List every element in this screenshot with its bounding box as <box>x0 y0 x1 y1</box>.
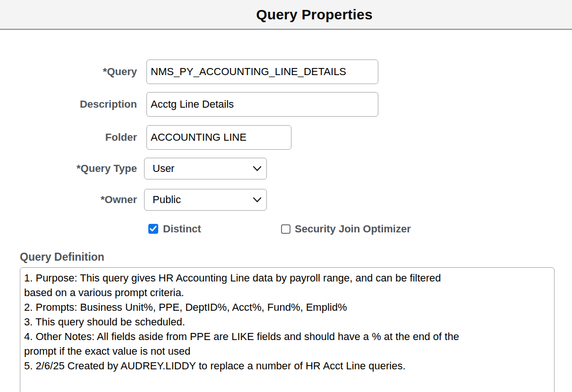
query-label: *Query <box>0 60 137 84</box>
query-type-label: *Query Type <box>0 158 137 179</box>
security-join-optimizer-checkbox[interactable] <box>281 224 290 234</box>
security-join-optimizer-label: Security Join Optimizer <box>295 223 411 235</box>
check-icon <box>150 226 157 232</box>
owner-select[interactable]: Public <box>144 189 267 211</box>
description-input[interactable] <box>146 92 378 117</box>
query-type-selected-value: User <box>153 162 174 174</box>
query-type-select[interactable]: User <box>144 158 267 179</box>
distinct-label: Distinct <box>163 223 201 235</box>
header-bar: Query Properties <box>0 0 572 30</box>
query-properties-page: Query Properties *Query Description Fold… <box>0 0 572 392</box>
owner-selected-value: Public <box>153 194 181 205</box>
chevron-down-icon <box>253 196 262 204</box>
distinct-checkbox[interactable] <box>148 224 158 234</box>
folder-input[interactable] <box>146 125 291 150</box>
folder-label: Folder <box>0 125 137 150</box>
query-definition-textarea[interactable]: 1. Purpose: This query gives HR Accounti… <box>20 267 555 392</box>
description-label: Description <box>0 92 137 117</box>
page-title: Query Properties <box>57 0 572 29</box>
query-input[interactable] <box>146 60 378 84</box>
chevron-down-icon <box>253 165 262 172</box>
query-definition-heading: Query Definition <box>20 251 104 264</box>
owner-label: *Owner <box>0 189 137 211</box>
